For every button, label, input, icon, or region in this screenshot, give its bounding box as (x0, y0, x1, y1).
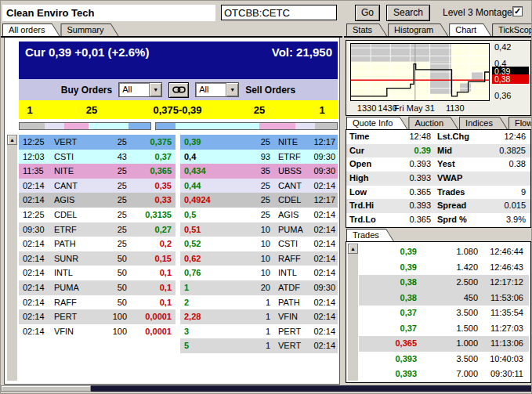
order-book-row[interactable]: 02:14PUMA500,1120ATDF09:30 (19, 280, 338, 295)
company-name-field[interactable]: Clean Enviro Tech (2, 5, 215, 21)
tab-trades-label: Trades (347, 230, 393, 241)
bid-half: 02:14VFIN1000,0001 (19, 324, 176, 339)
tab-summary[interactable]: Summary (60, 23, 118, 36)
quote-label: High (349, 172, 387, 186)
ask-half: 21PATH02:14 (180, 295, 338, 310)
trades-rows: 0,391.08012:46:440,391.42012:46:430,382.… (359, 244, 529, 382)
ask-price: 0,4924 (180, 193, 229, 208)
order-book-row[interactable]: 02:14AGIS250,330,492425CDEL12:17 (19, 193, 338, 208)
bid-market-maker: PATH (49, 237, 85, 251)
tab-indices-label: Indices (460, 117, 507, 129)
trade-row[interactable]: 0,3845011:53:06 (359, 291, 529, 306)
trade-price: 0,38 (359, 291, 417, 306)
tab-flow[interactable]: Flow (508, 117, 532, 129)
tab-trades[interactable]: Trades (346, 229, 394, 241)
ask-half: 120ATDF09:30 (180, 280, 338, 295)
tab-quote-info[interactable]: Quote Info (346, 117, 407, 129)
chart-x-tick-label: 1130 (446, 103, 465, 113)
inside-spread-range: 0,375-0,39 (143, 104, 212, 116)
ask-time: 09:30 (305, 164, 338, 179)
trade-row[interactable]: 0,382.50012:17:12 (359, 275, 529, 291)
bid-market-maker: CANT (49, 179, 85, 193)
search-button[interactable]: Search (386, 5, 430, 21)
quote-label: Mid (437, 144, 481, 158)
order-book-row[interactable]: 02:14RAFF500,121PATH02:14 (19, 295, 338, 310)
trades-scrollbar[interactable] (348, 244, 358, 381)
horizontal-scrollbar-thumb[interactable] (1, 385, 91, 392)
bid-market-maker: VFIN (49, 324, 85, 339)
level3-montage-checkbox[interactable] (512, 6, 523, 16)
trade-row[interactable]: 0,391.08012:46:44 (359, 244, 529, 260)
ticker-input[interactable] (221, 5, 337, 20)
bid-time: 12:03 (19, 150, 49, 164)
bid-market-maker: RAFF (49, 295, 85, 310)
ask-size: 10 (229, 251, 270, 266)
tab-tickscope[interactable]: TickScope (492, 23, 532, 36)
trade-price: 0,38 (359, 275, 417, 291)
tab-indices[interactable]: Indices (459, 117, 508, 129)
link-orders-button[interactable] (168, 82, 189, 98)
tab-all-orders[interactable]: All orders (2, 23, 60, 36)
bid-order-count: 1 (19, 104, 41, 116)
order-book-row[interactable]: 02:14PATH250,20,5210CSTI02:14 (19, 237, 338, 251)
bid-size: 25 (85, 164, 127, 179)
order-book-row[interactable]: 12:03CSTI430,370,493ETRF09:30 (19, 150, 338, 164)
order-book-row[interactable]: 12:25CDEL250,31350,525AGIS02:14 (19, 208, 338, 222)
ask-market-maker: CANT (270, 179, 305, 193)
bid-half: 02:14INTL500,1 (19, 266, 176, 280)
ask-half: 0,4425CANT02:14 (180, 179, 338, 193)
bid-half: 02:14PUMA500,1 (19, 280, 176, 295)
order-book-row[interactable]: 02:14INTL500,10,7610INTL02:14 (19, 266, 338, 280)
bid-price: 0,375 (127, 135, 176, 150)
order-book-row[interactable]: 12:25VERT250,3750,3925NITE12:17 (19, 135, 338, 150)
buy-filter-dropdown[interactable]: All (118, 82, 162, 97)
trade-size: 2.500 (417, 275, 478, 291)
trade-row[interactable]: 0,3933.50010:40:03 (359, 352, 529, 367)
chevron-down-icon[interactable] (226, 83, 238, 96)
trade-row[interactable]: 0,3651.00011:13:06 (359, 336, 529, 352)
order-montage-panel: Cur 0,39 +0,01 (+2.6%) Vol: 21,950 Buy O… (4, 38, 340, 385)
ask-size: 20 (229, 280, 270, 295)
chart-x-tick-label: Fri May 31 (394, 103, 435, 113)
trade-time: 11:53:06 (478, 291, 529, 306)
trade-row[interactable]: 0,3937.00009:30:11 (359, 367, 529, 382)
chevron-down-icon[interactable] (149, 83, 161, 96)
ask-size: 10 (229, 237, 270, 251)
sell-filter-dropdown[interactable]: All (195, 82, 239, 97)
order-book-row[interactable]: 02:14SUNR500,150,6210RAFF02:14 (19, 251, 338, 266)
trade-row[interactable]: 0,391.42012:46:43 (359, 260, 529, 276)
tab-chart[interactable]: Chart (449, 23, 491, 36)
scroll-up-arrow-icon[interactable] (348, 244, 358, 254)
trade-row[interactable]: 0,373.50011:35:54 (359, 305, 529, 321)
order-book-row[interactable]: 02:14VFIN1000,000131PERT02:14 (19, 324, 338, 339)
ask-price: 3 (180, 324, 229, 339)
order-book-row[interactable]: 02:14CANT250,350,4425CANT02:14 (19, 179, 338, 193)
tab-histogram[interactable]: Histogram (388, 23, 448, 36)
ask-half: 0,5210CSTI02:14 (180, 237, 338, 251)
bid-time: 02:14 (19, 324, 49, 339)
order-book-row[interactable]: 02:14PERT1000,00012,281VFIN02:14 (19, 309, 338, 324)
bid-half: 12:25VERT250,375 (19, 135, 176, 150)
quote-label: Trd.Hi (349, 199, 387, 213)
ask-half: 0,43435UBSS09:30 (180, 164, 338, 179)
trade-row[interactable]: 0,371.50011:27:03 (359, 321, 529, 337)
bid-market-maker: CDEL (49, 208, 85, 222)
horizontal-scrollbar[interactable] (1, 385, 532, 392)
ask-size: 1 (229, 309, 270, 324)
order-book-row[interactable]: 51VERT02:14 (19, 338, 338, 353)
scroll-up-arrow-icon[interactable] (7, 135, 17, 145)
tab-auction[interactable]: Auction (408, 117, 458, 129)
depth-segment (128, 123, 150, 129)
tab-stats[interactable]: Stats (346, 23, 387, 36)
bid-time: 02:14 (19, 237, 49, 251)
order-book-row[interactable]: 11:35NITE250,3650,43435UBSS09:30 (19, 164, 338, 179)
ask-price: 0,51 (180, 222, 229, 237)
bid-size: 25 (85, 237, 127, 251)
order-book-scrollbar[interactable] (7, 135, 17, 381)
bid-time: 02:14 (19, 251, 49, 266)
go-button[interactable]: Go (355, 5, 380, 21)
quote-value: 0.38 (481, 157, 527, 172)
bid-market-maker: VERT (49, 135, 85, 150)
bid-size: 50 (85, 266, 127, 280)
order-book-row[interactable]: 09:30ETRF250,270,5110PUMA02:14 (19, 222, 338, 237)
